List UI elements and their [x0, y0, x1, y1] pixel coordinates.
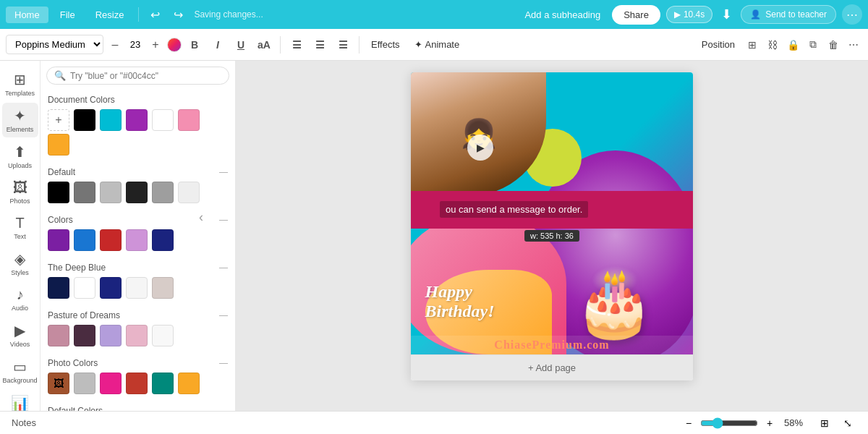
font-size-increase[interactable]: +: [147, 36, 164, 54]
photo-colors-collapse[interactable]: —: [219, 358, 228, 368]
fullscreen-button[interactable]: ⤡: [839, 414, 856, 432]
selected-text-content[interactable]: ou can send a message to order.: [440, 201, 588, 218]
nav-tab-resize[interactable]: Resize: [87, 7, 133, 23]
text-color-picker[interactable]: [167, 38, 182, 52]
doc-color-3[interactable]: [126, 109, 148, 131]
color-3[interactable]: [100, 229, 122, 251]
notes-button[interactable]: Notes: [12, 417, 36, 428]
doc-color-4[interactable]: [152, 109, 174, 131]
color-1[interactable]: [48, 229, 69, 251]
pc-color-1[interactable]: [74, 373, 95, 394]
audio-icon: ♪: [17, 286, 24, 303]
sidebar-item-videos[interactable]: ▶ Videos: [2, 318, 38, 352]
design-canvas: 👧 ou can send a message to order. w: 535…: [411, 72, 693, 354]
deep-blue-collapse[interactable]: —: [219, 263, 228, 273]
pc-color-4[interactable]: [152, 373, 174, 394]
lock-icon[interactable]: 🔒: [784, 36, 801, 54]
align-center-button[interactable]: ☰: [310, 35, 330, 55]
def-color-2[interactable]: [74, 182, 95, 203]
sidebar-item-styles[interactable]: ◈ Styles: [2, 246, 38, 281]
text-toolbar: Poppins Medium – 23 + B I U aA ☰ ☰ ☰ Eff…: [0, 29, 868, 61]
sidebar-item-background[interactable]: ▭ Background: [2, 354, 38, 388]
link-icon[interactable]: ⛓: [764, 36, 781, 54]
zoom-in-button[interactable]: +: [761, 414, 778, 432]
add-color-button[interactable]: +: [48, 109, 69, 131]
more-options-button[interactable]: ⋯: [842, 4, 862, 25]
text-band[interactable]: ou can send a message to order.: [411, 191, 693, 229]
uploads-label: Uploads: [8, 162, 32, 169]
color-search-box[interactable]: 🔍: [46, 67, 229, 85]
play-video-button[interactable]: ▶: [467, 135, 493, 161]
color-search-input[interactable]: [70, 71, 221, 81]
grid-view-button[interactable]: ⊞: [816, 414, 833, 432]
db-color-4[interactable]: [126, 277, 148, 299]
underline-button[interactable]: U: [231, 35, 251, 55]
sidebar-item-elements[interactable]: ✦ Elements: [2, 103, 38, 137]
italic-button[interactable]: I: [208, 35, 228, 55]
def-color-6[interactable]: [178, 182, 200, 203]
delete-icon[interactable]: 🗑: [825, 36, 842, 54]
pas-color-2[interactable]: [74, 325, 95, 346]
sidebar-item-text[interactable]: T Text: [2, 210, 38, 244]
def-color-5[interactable]: [152, 182, 174, 203]
nav-tab-home[interactable]: Home: [6, 7, 48, 23]
animate-button[interactable]: ✦ Animate: [409, 36, 466, 53]
undo-button[interactable]: ↩: [145, 4, 165, 25]
db-color-5[interactable]: [152, 277, 174, 299]
font-family-select[interactable]: Poppins Medium: [6, 35, 103, 54]
color-4[interactable]: [126, 229, 148, 251]
sidebar-item-audio[interactable]: ♪ Audio: [2, 282, 38, 316]
pasture-collapse[interactable]: —: [219, 310, 228, 320]
download-button[interactable]: ⬇: [718, 4, 735, 25]
default-collapse[interactable]: —: [219, 167, 228, 177]
share-button[interactable]: Share: [612, 5, 660, 25]
zoom-out-button[interactable]: −: [680, 414, 697, 432]
pc-color-2[interactable]: [100, 373, 122, 394]
doc-color-5[interactable]: [178, 109, 200, 131]
position-button[interactable]: Position: [696, 36, 741, 53]
sidebar-item-photos[interactable]: 🖼 Photos: [2, 175, 38, 209]
add-page-button[interactable]: + Add page: [411, 354, 693, 380]
align-left-button[interactable]: ☰: [286, 35, 307, 55]
pas-color-4[interactable]: [126, 325, 148, 346]
add-subheading-button[interactable]: Add a subheading: [519, 7, 606, 23]
doc-color-2[interactable]: [100, 109, 122, 131]
nav-tab-file[interactable]: File: [51, 7, 84, 23]
elements-label: Elements: [7, 126, 34, 133]
sidebar-item-templates[interactable]: ⊞ Templates: [2, 67, 38, 101]
db-color-1[interactable]: [48, 277, 69, 299]
font-size-control: – 23 +: [106, 36, 164, 54]
def-color-4[interactable]: [126, 182, 148, 203]
pas-color-3[interactable]: [100, 325, 122, 346]
more-toolbar-icon[interactable]: ⋯: [845, 36, 862, 54]
redo-button[interactable]: ↪: [168, 4, 188, 25]
pc-color-5[interactable]: [178, 373, 200, 394]
play-button[interactable]: ▶ 10.4s: [666, 6, 712, 23]
left-sidebar: ⊞ Templates ✦ Elements ⬆ Uploads 🖼 Photo…: [0, 61, 41, 434]
db-color-2[interactable]: [74, 277, 95, 299]
canvas-area: ‹ ⧉ ⤡: [236, 61, 868, 434]
db-color-3[interactable]: [100, 277, 122, 299]
pas-color-1[interactable]: [48, 325, 69, 346]
color-2[interactable]: [74, 229, 95, 251]
sidebar-item-uploads[interactable]: ⬆ Uploads: [2, 139, 38, 174]
pc-color-3[interactable]: [126, 373, 148, 394]
def-color-3[interactable]: [100, 182, 122, 203]
font-size-decrease[interactable]: –: [106, 36, 124, 54]
color-5[interactable]: [152, 229, 174, 251]
pas-color-5[interactable]: [152, 325, 174, 346]
layout-icon[interactable]: ⊞: [744, 36, 761, 54]
styles-label: Styles: [11, 269, 29, 276]
align-right-button[interactable]: ☰: [333, 35, 353, 55]
doc-color-1[interactable]: [74, 109, 95, 131]
effects-button[interactable]: Effects: [365, 36, 406, 53]
bold-button[interactable]: B: [184, 35, 205, 55]
def-color-1[interactable]: [48, 182, 69, 203]
case-button[interactable]: aA: [254, 35, 274, 55]
colors-collapse[interactable]: —: [219, 215, 228, 225]
send-to-teacher-button[interactable]: 👤 Send to teacher: [741, 5, 836, 24]
doc-color-6[interactable]: [48, 134, 69, 156]
pc-color-0[interactable]: 🖼: [48, 373, 69, 394]
zoom-slider[interactable]: [700, 417, 758, 429]
duplicate-icon[interactable]: ⧉: [804, 36, 822, 54]
